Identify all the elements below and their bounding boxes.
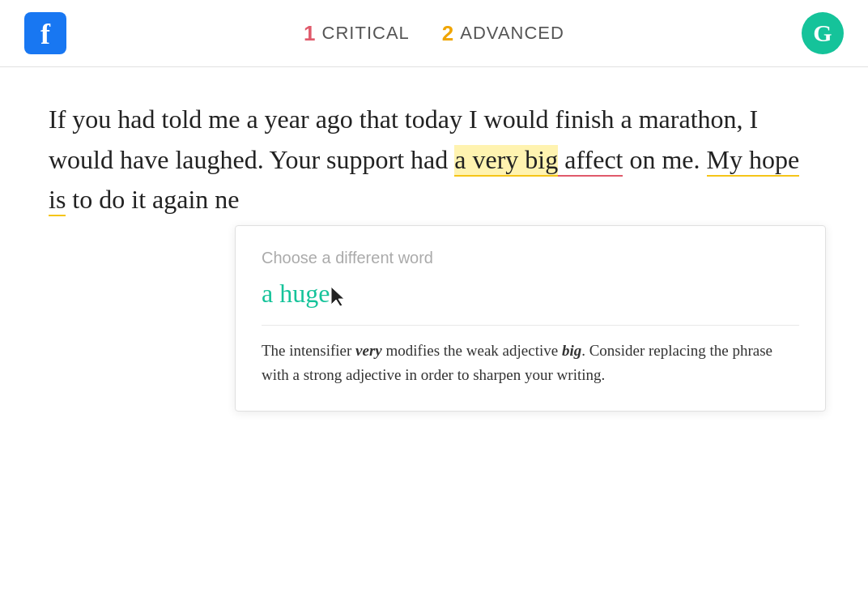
explanation-big: big <box>562 342 581 359</box>
suggestion-text: a huge <box>262 279 330 308</box>
critical-stat[interactable]: 1 CRITICAL <box>304 21 410 46</box>
highlight-affect[interactable]: affect <box>558 145 623 177</box>
header-stats: 1 CRITICAL 2 ADVANCED <box>304 21 564 46</box>
facebook-logo: f <box>24 12 66 54</box>
highlight-very-big[interactable]: a very big <box>454 145 558 177</box>
advanced-label: ADVANCED <box>460 23 564 44</box>
main-text: If you had told me a year ago that today… <box>49 100 819 220</box>
advanced-stat[interactable]: 2 ADVANCED <box>442 21 564 46</box>
facebook-f-icon: f <box>40 19 50 49</box>
text-part3: to do it again ne <box>66 185 239 214</box>
critical-label: CRITICAL <box>322 23 410 44</box>
advanced-count: 2 <box>442 21 453 46</box>
popup-divider <box>262 325 799 326</box>
content-area: If you had told me a year ago that today… <box>0 67 868 220</box>
grammarly-button[interactable]: G <box>802 12 844 54</box>
explanation-very: very <box>355 342 382 359</box>
suggestion-popup: Choose a different word a huge The inten… <box>235 225 826 412</box>
critical-count: 1 <box>304 21 315 46</box>
text-on-me: on me. <box>623 145 706 174</box>
header: f 1 CRITICAL 2 ADVANCED G <box>0 0 868 67</box>
cursor-icon <box>330 285 347 308</box>
popup-suggestion[interactable]: a huge <box>262 279 799 309</box>
grammarly-g-icon: G <box>813 19 832 47</box>
popup-explanation: The intensifier very modifies the weak a… <box>262 339 799 388</box>
popup-hint: Choose a different word <box>262 249 799 267</box>
svg-marker-0 <box>331 287 344 306</box>
